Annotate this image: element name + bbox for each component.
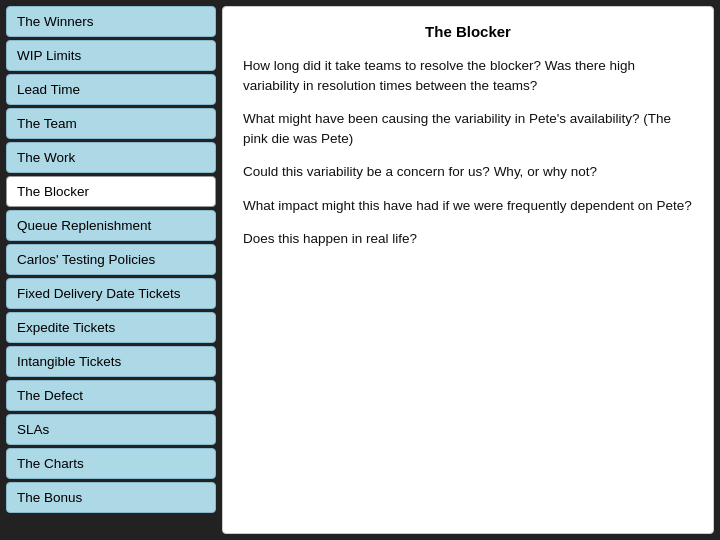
sidebar-item-the-charts[interactable]: The Charts — [6, 448, 216, 479]
content-paragraph-1: What might have been causing the variabi… — [243, 109, 693, 148]
main-content: The Blocker How long did it take teams t… — [222, 6, 714, 534]
sidebar-item-the-team[interactable]: The Team — [6, 108, 216, 139]
sidebar: The WinnersWIP LimitsLead TimeThe TeamTh… — [6, 6, 216, 534]
sidebar-item-carlos-testing-policies[interactable]: Carlos' Testing Policies — [6, 244, 216, 275]
sidebar-item-lead-time[interactable]: Lead Time — [6, 74, 216, 105]
sidebar-item-fixed-delivery-date-tickets[interactable]: Fixed Delivery Date Tickets — [6, 278, 216, 309]
sidebar-item-the-defect[interactable]: The Defect — [6, 380, 216, 411]
sidebar-item-queue-replenishment[interactable]: Queue Replenishment — [6, 210, 216, 241]
sidebar-item-the-work[interactable]: The Work — [6, 142, 216, 173]
sidebar-item-the-bonus[interactable]: The Bonus — [6, 482, 216, 513]
sidebar-item-slas[interactable]: SLAs — [6, 414, 216, 445]
sidebar-item-intangible-tickets[interactable]: Intangible Tickets — [6, 346, 216, 377]
sidebar-item-the-winners[interactable]: The Winners — [6, 6, 216, 37]
main-title: The Blocker — [243, 23, 693, 40]
sidebar-item-the-blocker[interactable]: The Blocker — [6, 176, 216, 207]
paragraphs-container: How long did it take teams to resolve th… — [243, 56, 693, 249]
content-paragraph-3: What impact might this have had if we we… — [243, 196, 693, 216]
content-paragraph-2: Could this variability be a concern for … — [243, 162, 693, 182]
content-paragraph-4: Does this happen in real life? — [243, 229, 693, 249]
content-paragraph-0: How long did it take teams to resolve th… — [243, 56, 693, 95]
sidebar-item-expedite-tickets[interactable]: Expedite Tickets — [6, 312, 216, 343]
sidebar-item-wip-limits[interactable]: WIP Limits — [6, 40, 216, 71]
